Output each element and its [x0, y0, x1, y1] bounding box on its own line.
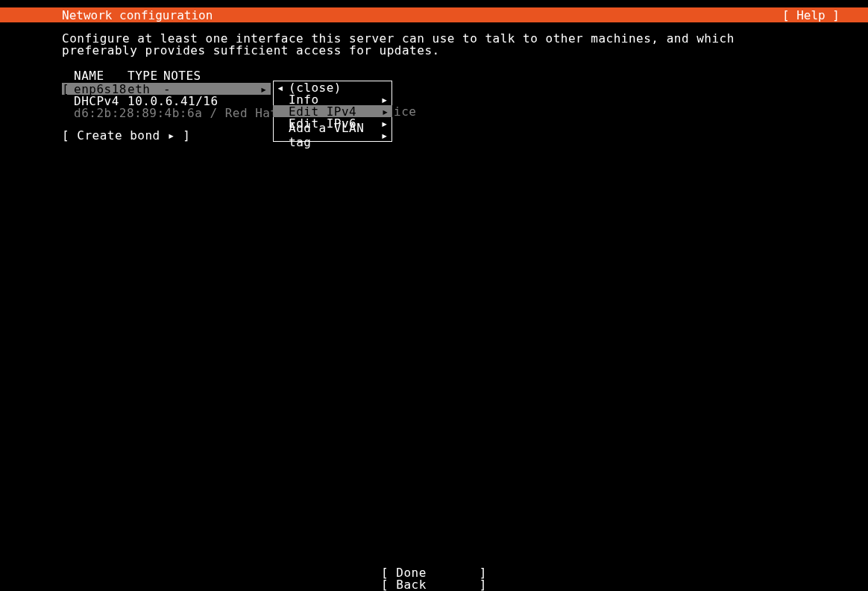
- col-header-notes: NOTES: [163, 69, 806, 83]
- back-button[interactable]: [ Back ]: [381, 578, 487, 590]
- context-menu: ◂ (close) Info ▸ Edit IPv4 ▸ Edit IPv6 ▸…: [273, 81, 392, 142]
- truncated-vendor-text: ice: [394, 104, 416, 119]
- table-header: NAME TYPE NOTES: [62, 69, 806, 83]
- chevron-left-icon: ◂: [277, 81, 286, 95]
- page-title: Network configuration: [62, 8, 213, 22]
- done-button[interactable]: [ Done ]: [381, 566, 487, 578]
- chevron-right-icon: ▸: [381, 128, 389, 143]
- header-bar: Network configuration [ Help ]: [0, 7, 868, 22]
- menu-label: Add a VLAN tag: [286, 121, 389, 149]
- col-header-name: NAME: [74, 69, 128, 83]
- chevron-right-icon: ▸: [260, 82, 268, 96]
- interface-row[interactable]: [ enp6s18 eth - ▸: [62, 83, 271, 95]
- interface-name: enp6s18: [74, 82, 128, 96]
- description-text: Configure at least one interface this se…: [62, 33, 806, 57]
- interface-notes: -: [163, 82, 171, 96]
- footer: [ Done ] [ Back ]: [0, 566, 868, 590]
- bracket-icon: [: [62, 82, 74, 96]
- create-bond-button[interactable]: [ Create bond ▸ ]: [62, 128, 190, 143]
- help-button[interactable]: [ Help ]: [782, 8, 840, 22]
- menu-item-add-vlan[interactable]: Add a VLAN tag ▸: [274, 129, 391, 141]
- mac-row: d6:2b:28:89:4b:6a / Red Hat, Inc.: [62, 107, 806, 119]
- interface-type: eth: [128, 82, 163, 96]
- col-header-type: TYPE: [128, 69, 163, 83]
